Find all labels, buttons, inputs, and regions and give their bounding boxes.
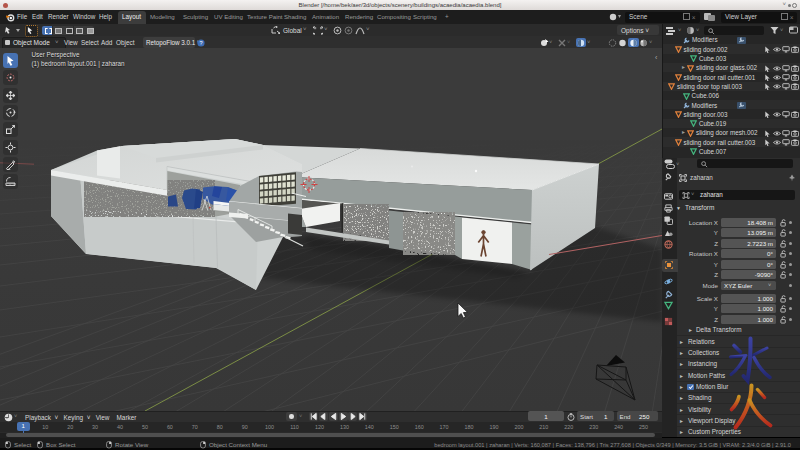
svg-text:?: ? [199,40,202,46]
